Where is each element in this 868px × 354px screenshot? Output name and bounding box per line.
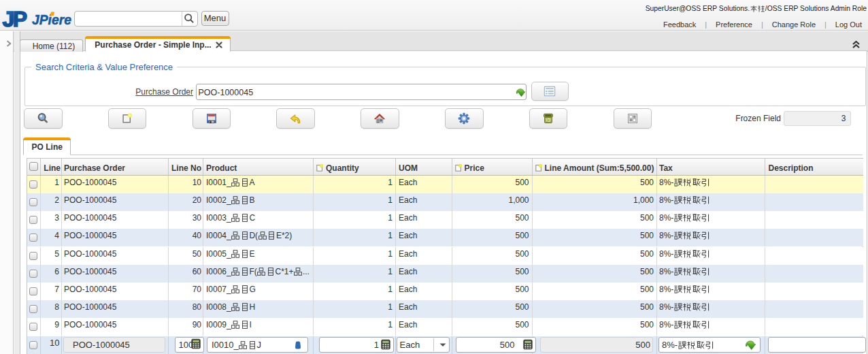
svg-text:JP: JP [3, 10, 27, 27]
